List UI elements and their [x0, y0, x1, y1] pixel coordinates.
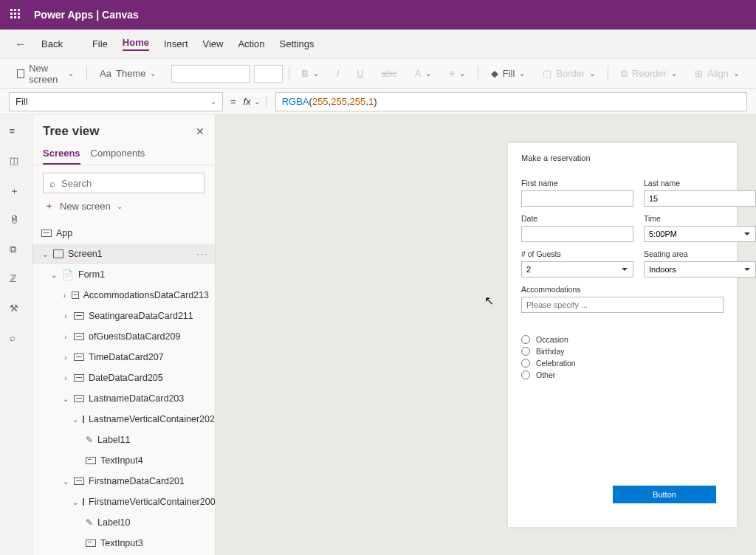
textinput-icon	[86, 540, 96, 547]
font-size-input[interactable]	[254, 65, 282, 83]
menu-insert[interactable]: Insert	[164, 38, 188, 49]
font-color-button[interactable]: A⌄	[408, 64, 439, 83]
form-icon: 📄	[62, 269, 74, 280]
label-firstname: First name	[521, 179, 633, 187]
input-firstname[interactable]	[521, 190, 633, 207]
tree-view-icon[interactable]: ◫	[10, 155, 23, 168]
textinput-icon	[86, 457, 96, 464]
fill-button[interactable]: ◆Fill⌄	[484, 64, 532, 83]
radio-group: Occasion Birthday Celebration Other	[521, 335, 724, 379]
card-icon	[74, 395, 84, 402]
variables-icon[interactable]: ℤ	[10, 273, 23, 286]
bold-button[interactable]: B⌄	[295, 64, 325, 83]
panel-title: Tree view	[43, 124, 100, 139]
advanced-tools-icon[interactable]: ⚒	[10, 303, 23, 316]
reorder-button[interactable]: ⧉Reorder⌄	[614, 64, 684, 83]
screen-icon	[17, 69, 24, 78]
insert-icon[interactable]: ＋	[10, 185, 23, 198]
tree-firstname-container[interactable]: ⌄FirstnameVerticalContainer200	[32, 492, 215, 512]
radio-celebration[interactable]: Celebration	[521, 359, 724, 368]
tree-label11[interactable]: ✎Label11	[32, 430, 215, 450]
tree-view-panel: Tree view ✕ Screens Components ⌕ ＋ New s…	[32, 115, 216, 555]
menu-settings[interactable]: Settings	[280, 38, 315, 49]
font-select[interactable]	[171, 65, 250, 83]
tree: App ⌄Screen1··· ⌄📄Form1 ›AccommodationsD…	[32, 223, 215, 555]
strike-button[interactable]: abc	[375, 64, 404, 83]
back-icon[interactable]: ←	[15, 38, 27, 51]
radio-other[interactable]: Other	[521, 370, 724, 379]
search-box[interactable]: ⌕	[43, 173, 205, 193]
cursor-icon: ↖	[484, 294, 494, 308]
label-seating: Seating area	[644, 249, 756, 258]
app-icon	[41, 230, 52, 237]
align-text-button[interactable]: ≡⌄	[442, 64, 472, 83]
menu-view[interactable]: View	[203, 38, 224, 49]
label-icon: ✎	[86, 435, 93, 445]
submit-button[interactable]: Button	[613, 486, 716, 503]
menu-file[interactable]: File	[92, 38, 108, 49]
input-date[interactable]	[521, 226, 633, 242]
search-input[interactable]	[61, 178, 198, 189]
tree-textinput3[interactable]: TextInput3	[32, 533, 215, 554]
menu-action[interactable]: Action	[238, 38, 264, 49]
tab-screens[interactable]: Screens	[43, 143, 80, 165]
media-icon[interactable]: ⧉	[10, 244, 23, 257]
border-button[interactable]: ▢Border⌄	[536, 64, 602, 83]
data-icon[interactable]: 🛢	[10, 214, 23, 227]
label-date: Date	[521, 214, 633, 223]
formula-bar[interactable]: RGBA(255, 255, 255, 1)	[275, 92, 747, 111]
tree-screen1[interactable]: ⌄Screen1···	[32, 244, 215, 264]
card-icon	[74, 374, 84, 382]
select-guests[interactable]	[521, 261, 633, 278]
tree-app[interactable]: App	[32, 223, 215, 244]
form-heading: Make a reservation	[521, 154, 724, 162]
new-screen-link[interactable]: ＋ New screen ⌄	[43, 193, 205, 218]
property-select[interactable]: Fill⌄	[9, 92, 223, 111]
app-preview: Make a reservation First name Last name …	[508, 143, 737, 527]
hamburger-icon[interactable]: ≡	[10, 125, 23, 139]
input-lastname[interactable]	[644, 190, 756, 207]
select-seating[interactable]	[644, 261, 756, 278]
tree-card[interactable]: ›TimeDataCard207	[32, 347, 215, 368]
radio-birthday[interactable]: Birthday	[521, 347, 724, 356]
tab-components[interactable]: Components	[91, 143, 145, 165]
menu-back[interactable]: Back	[41, 38, 63, 49]
tree-card[interactable]: ›AccommodationsDataCard213	[32, 285, 215, 306]
label-guests: # of Guests	[521, 249, 633, 258]
italic-button[interactable]: I	[330, 64, 346, 83]
label-icon: ✎	[86, 517, 93, 528]
tree-form1[interactable]: ⌄📄Form1	[32, 264, 215, 285]
tree-textinput4[interactable]: TextInput4	[32, 450, 215, 471]
menu-home[interactable]: Home	[123, 37, 149, 51]
underline-button[interactable]: U	[350, 64, 370, 83]
ribbon: New screen⌄ AаTheme⌄ B⌄ I U abc A⌄ ≡⌄ ◆F…	[0, 59, 756, 89]
border-icon: ▢	[543, 68, 551, 79]
input-accommodations[interactable]	[521, 297, 724, 313]
card-icon	[74, 478, 84, 485]
radio-occasion[interactable]: Occasion	[521, 335, 724, 344]
property-bar: Fill⌄ = fx⌄ RGBA(255, 255, 255, 1)	[0, 89, 756, 115]
fx-button[interactable]: fx⌄	[244, 96, 267, 107]
tree-label10[interactable]: ✎Label10	[32, 512, 215, 533]
tree-card[interactable]: ›SeatingareaDataCard211	[32, 306, 215, 326]
new-screen-button[interactable]: New screen⌄	[10, 59, 80, 89]
search-icon[interactable]: ⌕	[10, 332, 23, 345]
align-icon: ⊞	[695, 68, 703, 79]
tree-card[interactable]: ›ofGuestsDataCard209	[32, 326, 215, 347]
card-icon	[74, 354, 84, 361]
menu-bar: ← Back File Home Insert View Action Sett…	[0, 30, 756, 59]
tree-card[interactable]: ›DateDataCard205	[32, 368, 215, 388]
close-icon[interactable]: ✕	[196, 125, 205, 137]
container-icon	[83, 498, 84, 506]
app-launcher-icon[interactable]	[10, 9, 22, 21]
equals-label: =	[230, 96, 236, 107]
canvas[interactable]: ↖ Make a reservation First name Last nam…	[216, 115, 756, 555]
reorder-icon: ⧉	[621, 68, 628, 80]
select-time[interactable]	[644, 226, 756, 242]
tree-lastname-container[interactable]: ⌄LastnameVerticalContainer202	[32, 409, 215, 430]
tree-firstname-card[interactable]: ⌄FirstnameDataCard201	[32, 471, 215, 492]
theme-button[interactable]: AаTheme⌄	[93, 64, 162, 83]
tree-lastname-card[interactable]: ⌄LastnameDataCard203	[32, 388, 215, 409]
align-button[interactable]: ⊞Align⌄	[688, 64, 746, 83]
more-icon[interactable]: ···	[197, 249, 209, 259]
